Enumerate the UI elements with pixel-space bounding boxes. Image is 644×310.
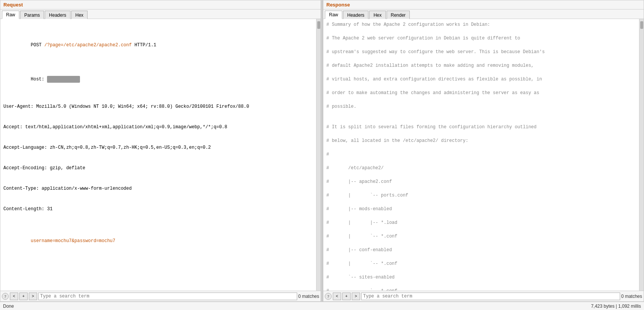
- request-tabs: Raw Params Headers Hex: [0, 9, 321, 19]
- response-line: # default Apache2 installation attempts …: [326, 62, 636, 69]
- request-scrollbar[interactable]: [316, 19, 321, 291]
- response-tabs: Raw Headers Hex Render: [323, 9, 644, 19]
- response-line: # | |-- *.load: [326, 219, 636, 226]
- tab-raw-response[interactable]: Raw: [325, 11, 342, 19]
- request-help-button[interactable]: ?: [2, 293, 9, 300]
- request-add-button[interactable]: +: [19, 293, 28, 300]
- response-line: # below, all located in the /etc/apache2…: [326, 137, 636, 144]
- response-add-button[interactable]: +: [342, 293, 351, 300]
- response-line: # /etc/apache2/: [326, 165, 636, 172]
- request-search-input[interactable]: [38, 293, 297, 300]
- response-line: # upstream's suggested way to configure …: [326, 49, 636, 55]
- response-line: #: [326, 151, 636, 158]
- request-bottom-bar: ? < + > 0 matches: [0, 291, 321, 301]
- response-line: # possible.: [326, 103, 636, 110]
- response-panel: Response Raw Headers Hex Render # Summar…: [323, 0, 644, 302]
- response-line: # | `-- *.conf: [326, 260, 636, 267]
- host-label: Host:: [31, 77, 47, 82]
- response-next-button[interactable]: >: [352, 293, 360, 300]
- response-line: # |-- mods-enabled: [326, 206, 636, 212]
- host-line: Host:: [3, 69, 313, 90]
- request-panel: Request Raw Params Headers Hex POST /?pa…: [0, 0, 321, 302]
- post-sep: &password=: [72, 238, 99, 244]
- response-line: # Summary of how the Apache 2 configurat…: [326, 21, 636, 28]
- response-matches-label: 0 matches: [621, 294, 642, 299]
- response-line: # `-- sites-enabled: [326, 274, 636, 281]
- request-matches-label: 0 matches: [298, 294, 319, 299]
- request-prev-button[interactable]: <: [10, 293, 18, 300]
- post-val2: mochu7: [99, 238, 115, 244]
- request-url: /?page=/etc/apache2/apache2.conf: [44, 42, 132, 48]
- response-search-input[interactable]: [361, 293, 620, 300]
- tab-hex-response[interactable]: Hex: [369, 11, 385, 19]
- post-key1: username=: [31, 238, 55, 244]
- request-scroll-thumb: [317, 21, 320, 29]
- response-content: # Summary of how the Apache 2 configurat…: [323, 19, 639, 291]
- request-content: POST /?page=/etc/apache2/apache2.conf HT…: [0, 19, 316, 291]
- response-line: # | `-- *.conf: [326, 233, 636, 240]
- request-line: POST /?page=/etc/apache2/apache2.conf HT…: [3, 35, 313, 55]
- response-scrollbar[interactable]: [639, 19, 644, 291]
- tab-raw-request[interactable]: Raw: [2, 11, 19, 19]
- request-prefix: POST: [31, 42, 44, 48]
- request-suffix: HTTP/1.1: [132, 42, 156, 48]
- response-line: # |-- apache2.conf: [326, 178, 636, 185]
- request-content-wrapper: POST /?page=/etc/apache2/apache2.conf HT…: [0, 19, 321, 291]
- response-help-button[interactable]: ?: [325, 293, 332, 300]
- accept-language-line: Accept-Language: zh-CN,zh;q=0.8,zh-TW;q=…: [3, 144, 313, 151]
- post-val1: mochu7: [55, 238, 72, 244]
- accept-encoding-line: Accept-Encoding: gzip, deflate: [3, 165, 313, 172]
- post-body-line: username=mochu7&password=mochu7: [3, 231, 313, 251]
- accept-line: Accept: text/html,application/xhtml+xml,…: [3, 124, 313, 131]
- status-right: 7,423 bytes | 1,092 millis: [591, 304, 641, 309]
- content-length-line: Content-Length: 31: [3, 206, 313, 212]
- response-line: # It is split into several files forming…: [326, 124, 636, 131]
- response-content-wrapper: # Summary of how the Apache 2 configurat…: [323, 19, 644, 291]
- response-bottom-bar: ? < + > 0 matches: [323, 291, 644, 301]
- tab-hex-request[interactable]: Hex: [71, 11, 88, 19]
- response-line: # | `-- ports.conf: [326, 192, 636, 199]
- content-type-line: Content-Type: application/x-www-form-url…: [3, 185, 313, 192]
- user-agent-line: User-Agent: Mozilla/5.0 (Windows NT 10.0…: [3, 103, 313, 110]
- status-bar: Done 7,423 bytes | 1,092 millis: [0, 302, 644, 310]
- response-line: # virtual hosts, and extra configuration…: [326, 76, 636, 83]
- main-container: Request Raw Params Headers Hex POST /?pa…: [0, 0, 644, 302]
- response-header: Response: [323, 0, 644, 9]
- response-prev-button[interactable]: <: [333, 293, 341, 300]
- response-line: # `-- *.conf: [326, 288, 636, 291]
- request-next-button[interactable]: >: [29, 293, 37, 300]
- tab-headers-response[interactable]: Headers: [343, 11, 368, 19]
- tab-params-request[interactable]: Params: [20, 11, 44, 19]
- status-left: Done: [3, 304, 14, 309]
- tab-headers-request[interactable]: Headers: [45, 11, 70, 19]
- response-line: # |-- conf-enabled: [326, 247, 636, 253]
- response-line: # order to make automating the changes a…: [326, 90, 636, 96]
- tab-render-response[interactable]: Render: [387, 11, 410, 19]
- host-value: [47, 76, 80, 83]
- response-line: # The Apache 2 web server configuration …: [326, 35, 636, 42]
- response-scroll-thumb: [640, 21, 643, 29]
- request-header: Request: [0, 0, 321, 9]
